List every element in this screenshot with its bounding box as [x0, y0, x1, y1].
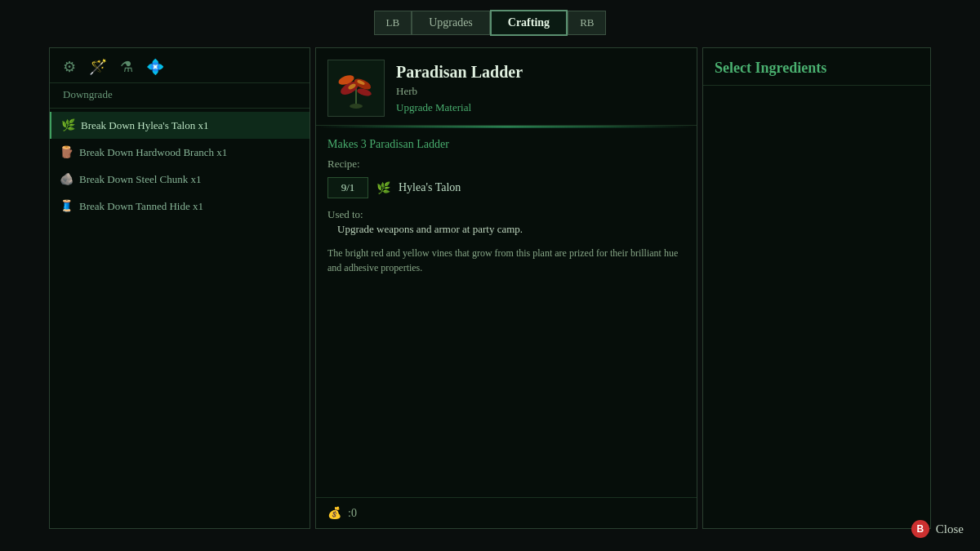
item-name: Paradisan Ladder: [396, 63, 523, 82]
recipe-list: 🌿 Break Down Hylea's Talon x1 🪵 Break Do…: [50, 109, 310, 528]
crafting-tab[interactable]: Crafting: [490, 10, 568, 36]
used-to-text: Upgrade weapons and armor at party camp.: [327, 223, 685, 236]
bottom-bar: 💰 :0: [316, 497, 697, 528]
recipe-text-2: Break Down Hardwood Branch x1: [79, 146, 227, 159]
close-button-area[interactable]: B Close: [911, 520, 964, 538]
top-nav: LB Upgrades Crafting RB: [0, 0, 980, 44]
icon-upgrade: ⚙: [63, 58, 76, 76]
item-details: Makes 3 Paradisan Ladder Recipe: 9/1 🌿 H…: [316, 128, 697, 497]
recipe-text-4: Break Down Tanned Hide x1: [79, 200, 203, 213]
item-info: Paradisan Ladder Herb Upgrade Material: [396, 60, 523, 117]
recipe-item[interactable]: 🪵 Break Down Hardwood Branch x1: [50, 139, 310, 166]
rb-button[interactable]: RB: [568, 11, 606, 35]
select-ingredients-title: Select Ingredients: [715, 60, 919, 77]
used-to-label: Used to:: [327, 208, 685, 221]
item-subtype: Upgrade Material: [396, 101, 523, 114]
recipe-icon-1: 🌿: [61, 118, 74, 132]
left-panel: ⚙ 🪄 ⚗ 💠 Downgrade 🌿 Break Down Hylea's T…: [49, 47, 310, 529]
close-label: Close: [936, 522, 964, 536]
recipe-text-1: Break Down Hylea's Talon x1: [81, 119, 208, 132]
middle-panel: Paradisan Ladder Herb Upgrade Material M…: [315, 47, 697, 529]
item-image: [327, 60, 385, 117]
currency-icon: 💰: [327, 506, 341, 520]
recipe-label: Recipe:: [327, 158, 685, 171]
right-panel: Select Ingredients: [702, 47, 931, 529]
b-icon: B: [911, 520, 929, 538]
makes-label: Makes 3 Paradisan Ladder: [327, 138, 685, 151]
main-layout: ⚙ 🪄 ⚗ 💠 Downgrade 🌿 Break Down Hylea's T…: [49, 47, 931, 529]
currency-value: :0: [348, 507, 357, 520]
item-description: The bright red and yellow vines that gro…: [327, 246, 685, 275]
icon-gem: 💠: [146, 58, 164, 76]
recipe-text-3: Break Down Steel Chunk x1: [79, 173, 201, 186]
right-panel-content: [703, 86, 930, 528]
ingredient-row: 9/1 🌿 Hylea's Talon: [327, 177, 685, 198]
recipe-item[interactable]: 🌿 Break Down Hylea's Talon x1: [50, 112, 310, 139]
herb-illustration: [332, 64, 381, 113]
panel-icons: ⚙ 🪄 ⚗ 💠: [50, 48, 310, 83]
item-type: Herb: [396, 85, 523, 98]
quantity-box: 9/1: [327, 177, 368, 198]
downgrade-label: Downgrade: [50, 83, 310, 109]
item-header: Paradisan Ladder Herb Upgrade Material: [316, 48, 697, 126]
upgrades-tab[interactable]: Upgrades: [412, 11, 490, 35]
icon-craft: ⚗: [120, 58, 133, 76]
icon-magic: 🪄: [89, 58, 107, 76]
lb-button[interactable]: LB: [374, 11, 412, 35]
recipe-item[interactable]: 🧵 Break Down Tanned Hide x1: [50, 193, 310, 220]
recipe-icon-3: 🪨: [60, 172, 73, 186]
ingredient-icon: 🌿: [376, 181, 390, 195]
ingredient-name: Hylea's Talon: [399, 181, 461, 194]
used-to-section: Used to: Upgrade weapons and armor at pa…: [327, 208, 685, 236]
recipe-item[interactable]: 🪨 Break Down Steel Chunk x1: [50, 166, 310, 193]
recipe-icon-2: 🪵: [60, 145, 73, 159]
svg-point-8: [350, 104, 363, 109]
right-panel-header: Select Ingredients: [703, 48, 930, 86]
recipe-icon-4: 🧵: [60, 199, 73, 213]
